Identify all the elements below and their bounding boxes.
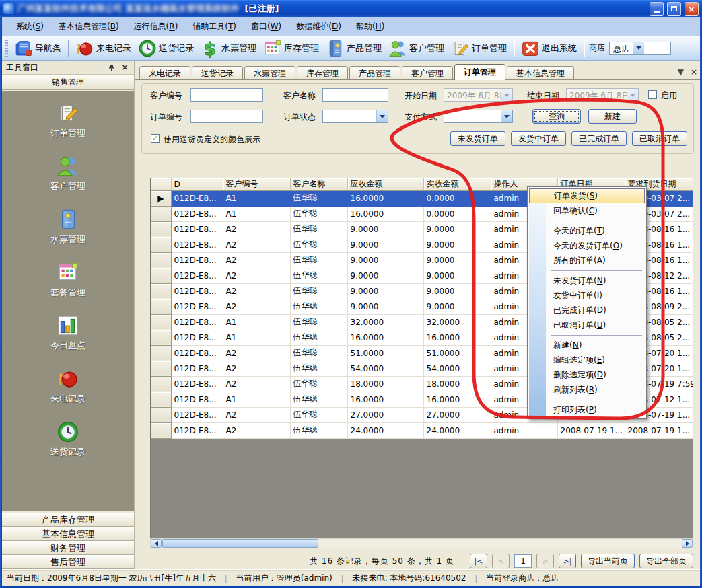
- grid-cell[interactable]: 9.0000: [423, 221, 491, 237]
- grid-cell[interactable]: A2: [223, 361, 290, 376]
- sidebar-item[interactable]: 水票管理: [2, 208, 134, 246]
- row-selector-cell[interactable]: [151, 299, 171, 314]
- order-status-filter-button[interactable]: 已完成订单: [571, 131, 627, 146]
- grid-cell[interactable]: 伍华聪: [290, 221, 347, 237]
- grid-cell[interactable]: 2008-07-19 1...: [625, 422, 693, 438]
- grid-cell[interactable]: 012D-E8...: [171, 237, 223, 252]
- grid-cell[interactable]: 伍华聪: [290, 376, 347, 392]
- grid-cell[interactable]: 012D-E8...: [171, 283, 223, 299]
- row-selector-cell[interactable]: [151, 314, 171, 330]
- grid-cell[interactable]: 32.0000: [423, 314, 491, 330]
- sidebar-group-bar[interactable]: 基本信息管理: [2, 527, 134, 541]
- grid-cell[interactable]: 24.0000: [423, 422, 491, 438]
- row-selector-cell[interactable]: [151, 283, 171, 299]
- context-menu-item[interactable]: 订单发货(S): [529, 188, 645, 203]
- grid-cell[interactable]: 伍华聪: [290, 252, 347, 268]
- grid-cell[interactable]: 012D-E8...: [171, 330, 223, 345]
- toolbar-button[interactable]: 送货记录: [135, 38, 197, 59]
- maximize-button[interactable]: [667, 2, 681, 16]
- last-page-button[interactable]: >|: [559, 554, 576, 568]
- tab-item[interactable]: 产品管理: [349, 66, 400, 80]
- grid-header-cell[interactable]: D: [171, 178, 223, 190]
- pin-icon[interactable]: [106, 63, 116, 73]
- menubar-item[interactable]: 数据维护(D): [289, 18, 349, 35]
- export-current-page-button[interactable]: 导出当前页: [581, 554, 635, 568]
- row-selector-cell[interactable]: [151, 221, 171, 237]
- row-selector-cell[interactable]: [151, 376, 171, 392]
- chevron-down-icon[interactable]: ▼: [678, 67, 684, 77]
- menubar-item[interactable]: 辅助工具(T): [185, 18, 244, 35]
- grid-cell[interactable]: 伍华聪: [290, 361, 347, 376]
- grid-cell[interactable]: A2: [223, 268, 290, 283]
- grid-cell[interactable]: 51.0000: [347, 345, 423, 361]
- toolbar-button[interactable]: 订单管理: [448, 38, 510, 59]
- grid-cell[interactable]: 51.0000: [423, 345, 491, 361]
- grid-cell[interactable]: 伍华聪: [290, 314, 347, 330]
- context-menu-item[interactable]: 刷新列表(R): [529, 382, 645, 397]
- grid-cell[interactable]: 伍华聪: [290, 206, 347, 221]
- row-selector-cell[interactable]: [151, 361, 171, 376]
- grid-cell[interactable]: 伍华聪: [290, 237, 347, 252]
- context-menu-item[interactable]: 删除选定项(D): [529, 367, 645, 382]
- grid-cell[interactable]: A1: [223, 392, 290, 407]
- context-menu-item[interactable]: 今天的订单(T): [529, 223, 645, 238]
- row-selector-cell[interactable]: [151, 206, 171, 221]
- context-menu-item[interactable]: 所有的订单(A): [529, 253, 645, 268]
- order-status-filter-button[interactable]: 发货中订单: [511, 131, 566, 146]
- close-tab-icon[interactable]: ×: [691, 67, 697, 77]
- tab-item[interactable]: 客户管理: [402, 66, 453, 80]
- grid-header-cell[interactable]: 实收金额: [423, 178, 491, 190]
- grid-cell[interactable]: 伍华聪: [290, 283, 347, 299]
- grid-cell[interactable]: A1: [223, 206, 290, 221]
- context-menu-item[interactable]: 发货中订单(I): [529, 288, 645, 303]
- export-all-pages-button[interactable]: 导出全部页: [639, 554, 693, 568]
- grid-cell[interactable]: 27.0000: [347, 407, 423, 422]
- grid-cell[interactable]: 012D-E8...: [171, 299, 223, 314]
- grid-cell[interactable]: 012D-E8...: [171, 407, 223, 422]
- enable-checkbox[interactable]: [648, 90, 657, 99]
- grid-cell[interactable]: 0.0000: [423, 206, 491, 221]
- tab-item[interactable]: 库存管理: [297, 66, 348, 80]
- grid-cell[interactable]: A1: [223, 330, 290, 345]
- grid-cell[interactable]: 16.0000: [347, 206, 423, 221]
- order-status-filter-button[interactable]: 已取消订单: [632, 131, 687, 146]
- chevron-down-icon[interactable]: [376, 110, 388, 122]
- color-display-checkbox[interactable]: ✓: [151, 134, 160, 143]
- toolbar-button[interactable]: 库存管理: [260, 38, 322, 59]
- tab-item[interactable]: 基本信息管理: [507, 66, 574, 80]
- customer-name-input[interactable]: [322, 88, 388, 102]
- grid-cell[interactable]: 16.0000: [423, 392, 491, 407]
- grid-header-cell[interactable]: [151, 178, 171, 190]
- close-icon[interactable]: ×: [120, 63, 130, 73]
- grid-cell[interactable]: 0.0000: [423, 190, 491, 206]
- grid-cell[interactable]: 9.0000: [347, 268, 423, 283]
- row-selector-cell[interactable]: [151, 252, 171, 268]
- minimize-button[interactable]: [650, 2, 664, 16]
- row-selector-cell[interactable]: [151, 392, 171, 407]
- grid-cell[interactable]: 伍华聪: [290, 268, 347, 283]
- sidebar-group-bar[interactable]: 财务管理: [2, 541, 134, 555]
- grid-cell[interactable]: 012D-E8...: [171, 206, 223, 221]
- chevron-down-icon[interactable]: [633, 42, 644, 54]
- grid-cell[interactable]: 32.0000: [347, 314, 423, 330]
- query-button[interactable]: 查询: [532, 109, 581, 124]
- sidebar-item[interactable]: 订单管理: [2, 102, 134, 139]
- context-menu-item[interactable]: 已完成订单(D): [529, 303, 645, 318]
- grid-cell[interactable]: 9.0000: [423, 252, 491, 268]
- pay-method-combobox[interactable]: [444, 110, 513, 123]
- grid-cell[interactable]: 012D-E8...: [171, 314, 223, 330]
- grid-cell[interactable]: A2: [223, 299, 290, 314]
- grid-cell[interactable]: 9.0000: [347, 252, 423, 268]
- grid-cell[interactable]: A2: [223, 345, 290, 361]
- tab-active[interactable]: 订单管理: [454, 64, 505, 80]
- toolbar-button[interactable]: $水票管理: [197, 38, 260, 59]
- menubar-item[interactable]: 基本信息管理(B): [51, 18, 127, 35]
- grid-cell[interactable]: 伍华聪: [290, 330, 347, 345]
- row-selector-cell[interactable]: [151, 345, 171, 361]
- grid-cell[interactable]: 012D-E8...: [171, 422, 223, 438]
- sidebar-item[interactable]: 套餐管理: [2, 261, 134, 299]
- grid-cell[interactable]: 16.0000: [347, 392, 423, 407]
- context-menu-item[interactable]: 新建(N): [529, 338, 645, 353]
- context-menu-item[interactable]: 打印列表(P): [529, 402, 645, 417]
- scroll-left-icon[interactable]: [151, 539, 162, 548]
